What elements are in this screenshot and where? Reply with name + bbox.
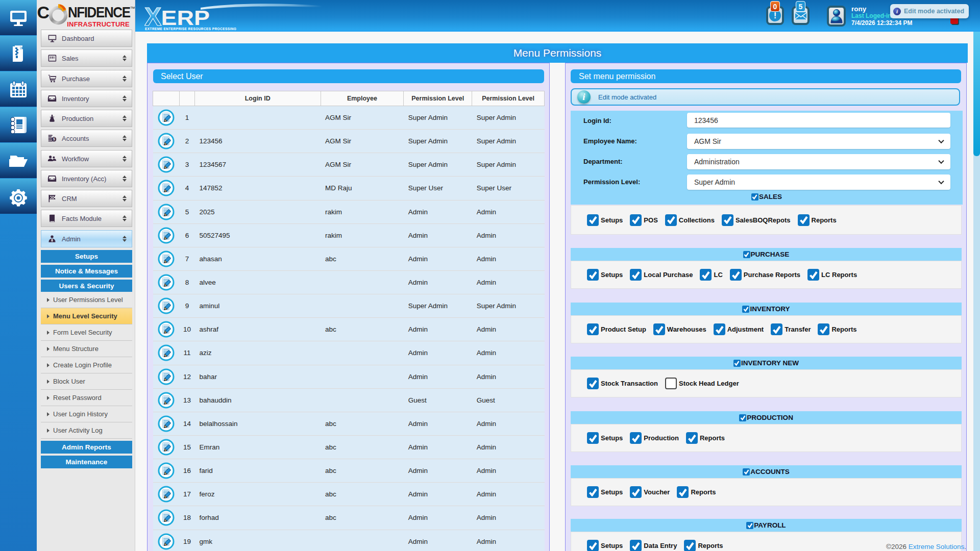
svg-text:$: $ (53, 137, 55, 141)
svg-text:ERP: ERP (161, 7, 209, 29)
svg-text:EXTREME ENTERPRISE RESOURCES P: EXTREME ENTERPRISE RESOURCES PROCESSING (145, 27, 236, 31)
svg-text:X: X (144, 3, 161, 31)
